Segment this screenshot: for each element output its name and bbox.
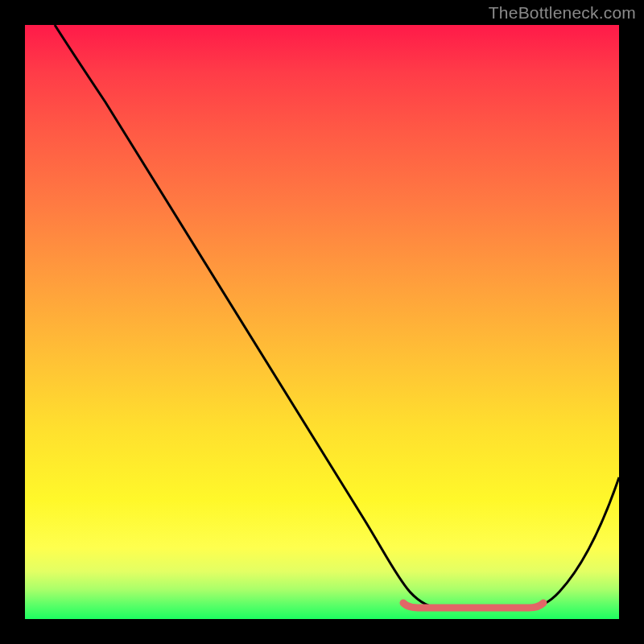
chart-svg (25, 25, 619, 619)
chart-frame: TheBottleneck.com (0, 0, 644, 644)
bottleneck-curve (55, 25, 619, 608)
plot-area (25, 25, 619, 619)
watermark-text: TheBottleneck.com (489, 3, 636, 23)
